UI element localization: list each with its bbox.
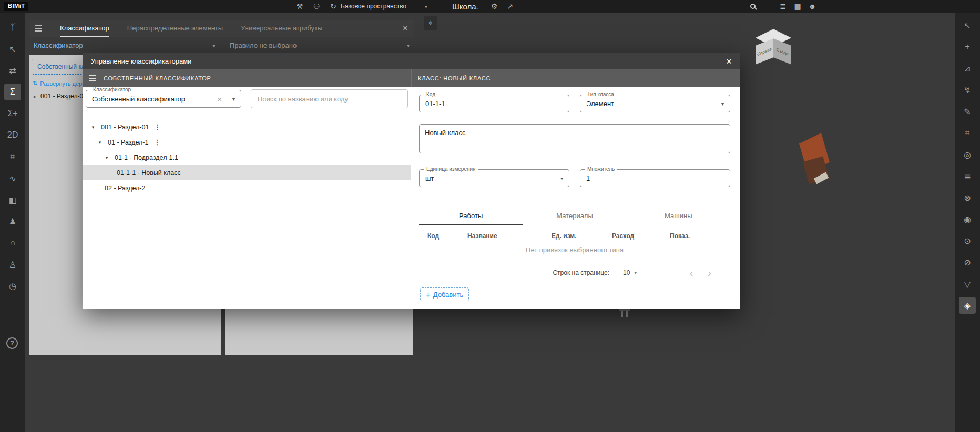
tree-row-01[interactable]: ▾ 01 - Раздел-1 ⋮ xyxy=(83,135,411,150)
viewtool-item-point[interactable]: ◉ xyxy=(959,211,976,228)
list-icon[interactable]: ≣ xyxy=(778,0,788,13)
viewtool-item-phases[interactable]: ◈ xyxy=(959,297,976,314)
row-menu-icon[interactable]: ⋮ xyxy=(154,123,161,131)
magnifier-glyph xyxy=(750,4,756,9)
class-type-select[interactable]: Тип класса Элемент ▾ xyxy=(580,95,730,112)
team-icon[interactable]: ⚇ xyxy=(311,0,322,13)
unit-caret-icon[interactable]: ▾ xyxy=(560,176,563,181)
workspace-selector[interactable]: Базовое пространство xyxy=(341,0,406,13)
left-section-title: СОБСТВЕННЫЙ КЛАССИФИКАТОР xyxy=(104,75,211,81)
unit-value: шт xyxy=(425,174,434,182)
viewtool-item-select[interactable]: ↖ xyxy=(959,17,976,34)
sidebar-item-estimates-add[interactable]: Σ+ xyxy=(4,105,21,122)
expand-icon: ⇅ xyxy=(33,80,37,87)
tab-universal-attributes[interactable]: Универсальные атрибуты xyxy=(241,20,322,37)
code-field-value: 01-1-1 xyxy=(425,100,445,108)
dialog-close-icon[interactable]: × xyxy=(726,56,732,66)
tab-machines[interactable]: Машины xyxy=(627,212,730,225)
unit-label: Единица измерения xyxy=(424,166,478,172)
sidebar-item-select-tool[interactable]: ↖ xyxy=(4,40,21,57)
model-structure-icon: ᛉ xyxy=(10,23,15,32)
share-icon[interactable]: ↗ xyxy=(505,0,515,13)
multiplier-field[interactable]: Множитель 1 xyxy=(580,169,730,187)
unit-select[interactable]: Единица измерения шт ▾ xyxy=(419,169,569,187)
panel-icon[interactable]: ▤ xyxy=(792,0,803,13)
classifier-clear-icon[interactable]: × xyxy=(217,95,222,104)
settings-gear-icon[interactable]: ⚙ xyxy=(489,0,499,13)
tree-caret-icon[interactable]: ▸ xyxy=(34,94,36,99)
prev-page-button[interactable]: ‹ xyxy=(682,268,701,278)
sidebar-item-hierarchy[interactable]: ⌗ xyxy=(4,148,21,165)
rows-per-page-value: 10 xyxy=(623,269,630,276)
toolbox-icon[interactable]: ⚒ xyxy=(294,0,305,13)
viewtool-item-layers[interactable]: ≣ xyxy=(959,168,976,184)
top-bar: BIMiT ⚒ ⚇ ↻ Базовое пространство ▾ Школа… xyxy=(0,0,980,13)
sidebar-item-drawings-2d[interactable]: 2D xyxy=(4,127,21,143)
tab-materials[interactable]: Материалы xyxy=(523,212,626,225)
classifier-dropdown-caret-icon[interactable]: ▾ xyxy=(212,43,215,48)
sidebar-item-team[interactable]: ♟ xyxy=(4,213,21,230)
cube-right-face[interactable]: Справа xyxy=(756,38,773,65)
workspace-caret-icon[interactable]: ▾ xyxy=(425,0,427,13)
code-field[interactable]: Код 01-1-1 xyxy=(419,95,569,112)
viewtool-item-measure[interactable]: ⊿ xyxy=(959,60,976,77)
collapse-caret-icon[interactable]: ▾ xyxy=(97,140,103,145)
bindings-table-header: Код Название Ед. изм. Расход Показ. xyxy=(419,230,730,242)
sidebar-item-plugins[interactable]: ◧ xyxy=(4,191,21,208)
tree-row-01-1-1-selected[interactable]: 01-1-1 - Новый класс xyxy=(83,165,411,180)
section-menu-icon[interactable] xyxy=(89,78,96,79)
tree-search-input[interactable] xyxy=(251,89,408,108)
add-binding-button[interactable]: + Добавить xyxy=(420,287,469,301)
classifier-select-label: Классификатор xyxy=(91,87,133,92)
viewtool-item-hide[interactable]: ⊘ xyxy=(959,254,976,271)
tree-row-01-1[interactable]: ▾ 01-1 - Подраздел-1.1 xyxy=(83,150,411,165)
class-type-value: Элемент xyxy=(586,100,614,108)
panel-menu-icon[interactable] xyxy=(35,28,42,29)
section-icon: ↯ xyxy=(964,85,971,95)
sidebar-item-dashboard[interactable]: ◷ xyxy=(4,277,21,294)
rule-dropdown-caret-icon[interactable]: ▾ xyxy=(407,43,410,48)
collapse-caret-icon[interactable]: ▾ xyxy=(104,155,109,160)
next-page-button[interactable]: › xyxy=(700,268,719,278)
row-menu-icon[interactable]: ⋮ xyxy=(154,138,160,146)
sync-icon[interactable]: ↻ xyxy=(328,0,339,13)
rows-per-page-select[interactable]: 10 ▾ xyxy=(623,269,637,276)
navigation-cube[interactable]: Справа Сзади xyxy=(756,30,794,66)
sidebar-item-charts[interactable]: ∿ xyxy=(4,170,21,187)
rows-per-page-label: Строк на странице: xyxy=(553,269,609,276)
viewtool-item-focus[interactable]: ◎ xyxy=(959,146,976,163)
sidebar-item-user-add[interactable]: ♙ xyxy=(4,256,21,273)
collapse-caret-icon[interactable]: ▾ xyxy=(90,125,96,130)
sidebar-item-model-structure[interactable]: ᛉ xyxy=(4,19,21,36)
help-button[interactable]: ? xyxy=(6,337,18,349)
classifier-dropdown[interactable]: Классификатор xyxy=(34,42,83,49)
sidebar-item-projects[interactable]: ⌂ xyxy=(4,234,21,251)
viewtool-item-clip[interactable]: ⊗ xyxy=(959,189,976,206)
tab-classifier[interactable]: Классификатор xyxy=(60,20,109,37)
class-name-textarea[interactable] xyxy=(419,124,730,153)
class-type-caret-icon[interactable]: ▾ xyxy=(721,101,724,107)
rule-dropdown[interactable]: Правило не выбрано xyxy=(230,42,297,49)
user-avatar-icon[interactable]: ☻ xyxy=(807,0,818,13)
panel-close-icon[interactable]: × xyxy=(403,23,408,34)
viewtool-item-visibility[interactable]: ⊙ xyxy=(959,232,976,249)
tab-works[interactable]: Работы xyxy=(419,212,523,225)
tree-row-02[interactable]: 02 - Раздел-2 xyxy=(83,180,411,196)
viewtool-item-grid[interactable]: ⌗ xyxy=(959,125,976,141)
viewtool-item-filter[interactable]: ▽ xyxy=(959,275,976,292)
classifier-select[interactable]: Классификатор Собственный классификатор … xyxy=(86,90,241,108)
classifier-panel-tabbar: Классификатор Нераспределённые элементы … xyxy=(29,20,413,37)
search-icon[interactable] xyxy=(748,0,758,13)
tree-item-root[interactable]: ▸ 001 - Раздел-01 xyxy=(34,92,87,100)
viewtool-item-edit-model[interactable]: ✎ xyxy=(959,103,976,120)
viewtool-item-add-element[interactable]: + xyxy=(959,38,976,55)
sidebar-item-connections[interactable]: ⇄ xyxy=(4,62,21,79)
cube-back-face[interactable]: Сзади xyxy=(773,38,791,65)
classifier-caret-icon[interactable]: ▾ xyxy=(232,96,235,102)
viewtool-item-section[interactable]: ↯ xyxy=(959,81,976,98)
focus-selection-icon[interactable]: ⌖ xyxy=(424,16,437,30)
tab-unassigned-elements[interactable]: Нераспределённые элементы xyxy=(127,20,223,37)
project-title: Школа. xyxy=(452,0,478,13)
sidebar-item-estimates[interactable]: Σ xyxy=(4,84,21,100)
tree-row-001[interactable]: ▾ 001 - Раздел-01 ⋮ xyxy=(83,119,411,135)
